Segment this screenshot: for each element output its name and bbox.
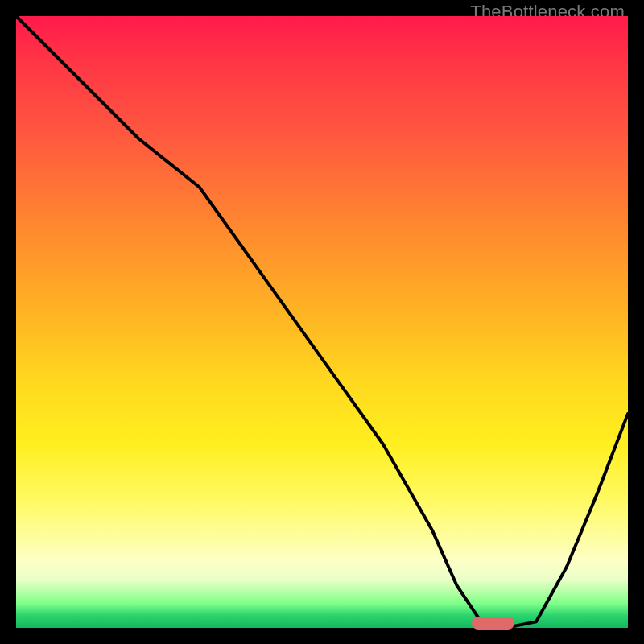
chart-frame	[16, 16, 628, 628]
optimal-range-marker	[472, 617, 514, 629]
chart-svg	[16, 16, 628, 628]
bottleneck-curve-line	[16, 16, 628, 628]
